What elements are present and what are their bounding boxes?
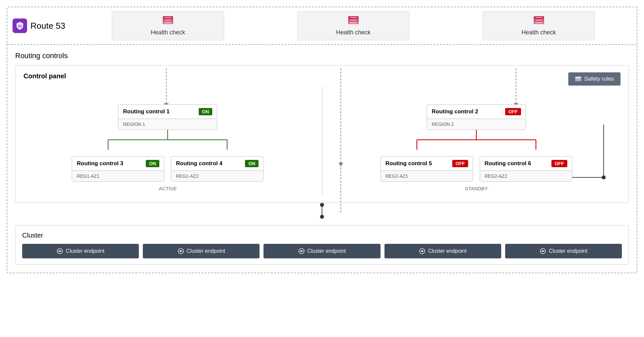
rc4-region: REG1-AZ2 (171, 171, 263, 181)
rc3-name: Routing control 3 (77, 160, 123, 167)
routing-section: Routing controls Control panel Safety ru… (7, 45, 637, 273)
shield-icon: 53 (15, 21, 24, 30)
rc3-badge: ON (146, 160, 159, 167)
cluster-endpoint-3[interactable]: Cluster endpoint (263, 244, 380, 258)
health-check-icon-1 (162, 16, 174, 27)
rc2-region: REGION 2 (427, 119, 526, 130)
hc3-arrow-spacer (332, 87, 621, 103)
rc2-header: Routing control 2 OFF (427, 105, 526, 119)
rc6-name: Routing control 6 (485, 160, 531, 167)
hc-db-icon-2 (347, 16, 359, 25)
rc1-region: REGION 1 (118, 119, 217, 130)
standby-label: STANDBY (332, 186, 621, 191)
app-title: Route 53 (30, 21, 65, 31)
standby-half: Routing control 2 OFF REGION 2 (322, 87, 621, 195)
rc4-header: Routing control 4 ON (171, 157, 263, 171)
rc6-badge: OFF (551, 160, 567, 167)
routing-control-5-card: Routing control 5 OFF REG2-AZ1 (381, 156, 473, 182)
rc5-badge: OFF (452, 160, 468, 167)
safety-rules-button[interactable]: Safety rules (568, 72, 621, 86)
route53-logo: 53 Route 53 (13, 19, 65, 33)
cluster-endpoint-label-5: Cluster endpoint (549, 248, 587, 254)
safety-rules-label: Safety rules (584, 76, 614, 82)
cluster-endpoint-icon-2 (178, 248, 184, 254)
safety-rules-icon (575, 76, 582, 82)
rc5-rc6-row: Routing control 5 OFF REG2-AZ1 Routing c… (332, 156, 621, 182)
header-row: 53 Route 53 Health chec (7, 7, 637, 44)
health-check-card-3: Health check (483, 11, 595, 40)
cluster-endpoint-icon-5 (540, 248, 546, 254)
svg-rect-19 (575, 77, 581, 78)
cluster-endpoint-label-3: Cluster endpoint (307, 248, 346, 254)
rc3-region: REG1-AZ1 (72, 171, 164, 181)
route53-icon: 53 (13, 19, 27, 33)
panel-layout: Routing control 1 ON REGION 1 (23, 87, 621, 195)
cluster-endpoint-5[interactable]: Cluster endpoint (505, 244, 622, 258)
top-dot (320, 203, 324, 207)
cluster-endpoint-label-4: Cluster endpoint (428, 248, 467, 254)
svg-point-44 (180, 250, 181, 252)
bottom-dot (320, 215, 324, 219)
cluster-endpoint-label-1: Cluster endpoint (66, 248, 104, 254)
rc2-badge: OFF (505, 108, 521, 115)
rc6-region: REG2-AZ2 (480, 171, 572, 181)
rc6-header: Routing control 6 OFF (480, 157, 572, 171)
cluster-title: Cluster (22, 232, 622, 239)
connector-line-vert (322, 207, 322, 215)
routing-control-4-card: Routing control 4 ON REG1-AZ2 (171, 156, 263, 182)
rc5-name: Routing control 5 (385, 160, 432, 167)
cluster-endpoint-icon-4 (419, 248, 425, 254)
rc3-header: Routing control 3 ON (72, 157, 164, 171)
rc3-rc4-row: Routing control 3 ON REG1-AZ1 Routing co… (23, 156, 312, 182)
health-checks-row: Health check Health check (75, 11, 631, 40)
rc4-badge: ON (245, 160, 259, 167)
health-check-label-3: Health check (522, 29, 556, 36)
cluster-endpoint-icon-3 (298, 248, 305, 254)
active-half: Routing control 1 ON REGION 1 (23, 87, 322, 195)
rc5-header: Routing control 5 OFF (381, 157, 473, 171)
cluster-endpoint-4[interactable]: Cluster endpoint (384, 244, 501, 258)
main-container: 53 Route 53 Health chec (7, 7, 637, 273)
hc1-arrow-spacer (23, 87, 312, 103)
green-bracket-svg (59, 130, 277, 156)
cluster-endpoint-label-2: Cluster endpoint (187, 248, 225, 254)
rc1-header: Routing control 1 ON (118, 105, 217, 119)
svg-point-50 (542, 250, 543, 252)
cluster-endpoint-2[interactable]: Cluster endpoint (143, 244, 260, 258)
cluster-connector (15, 203, 629, 219)
health-check-icon-2 (347, 16, 359, 27)
svg-rect-20 (575, 78, 581, 80)
routing-controls-title: Routing controls (15, 52, 629, 60)
svg-text:53: 53 (18, 24, 22, 28)
routing-control-2-card: Routing control 2 OFF REGION 2 (427, 104, 526, 130)
svg-point-42 (59, 250, 60, 252)
cluster-section: Cluster Cluster endpoint (15, 225, 629, 265)
svg-rect-21 (575, 80, 581, 81)
rc4-name: Routing control 4 (176, 160, 222, 167)
routing-control-3-card: Routing control 3 ON REG1-AZ1 (72, 156, 164, 182)
health-check-label-1: Health check (151, 29, 185, 36)
routing-control-6-card: Routing control 6 OFF REG2-AZ2 (480, 156, 572, 182)
rc5-region: REG2-AZ1 (381, 171, 473, 181)
health-check-card-2: Health check (297, 11, 410, 40)
health-check-label-2: Health check (336, 29, 371, 36)
cluster-endpoint-1[interactable]: Cluster endpoint (22, 244, 139, 258)
svg-point-46 (301, 250, 302, 252)
active-label: ACTIVE (23, 186, 312, 191)
rc2-parent-row: Routing control 2 OFF REGION 2 (332, 104, 621, 130)
hc-db-icon-1 (162, 16, 174, 25)
routing-inner: Control panel Safety rules (15, 65, 629, 203)
routing-control-1-card: Routing control 1 ON REGION 1 (118, 104, 217, 130)
rc1-badge: ON (199, 108, 212, 115)
red-bracket-svg (367, 130, 585, 156)
rc1-parent-row: Routing control 1 ON REGION 1 (23, 104, 312, 130)
rc1-name: Routing control 1 (123, 108, 170, 115)
rc2-name: Routing control 2 (432, 108, 478, 115)
health-check-icon-3 (533, 16, 545, 27)
health-check-card-1: Health check (112, 11, 224, 40)
svg-point-48 (422, 250, 423, 252)
control-panel-title: Control panel (23, 72, 621, 80)
cluster-endpoints: Cluster endpoint Cluster endpoint (22, 244, 622, 258)
hc-db-icon-3 (533, 16, 545, 25)
cluster-endpoint-icon-1 (57, 248, 63, 254)
